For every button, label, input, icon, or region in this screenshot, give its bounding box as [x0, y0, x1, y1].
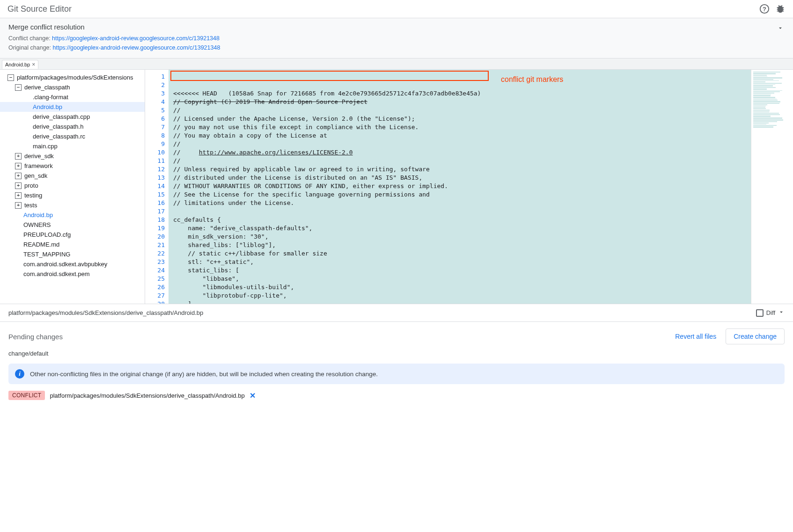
file-tree[interactable]: −platform/packages/modules/SdkExtensions… — [0, 70, 145, 304]
info-text: Other non-conflicting files in the origi… — [30, 371, 378, 378]
help-icon[interactable]: ? — [759, 4, 770, 14]
code-line: // you may not use this file except in c… — [173, 123, 746, 131]
tree-item-label: derive_classpath.h — [33, 123, 83, 130]
tree-item-label: com.android.sdkext.avbpubkey — [23, 261, 107, 268]
tree-item-label: derive_classpath.cpp — [33, 113, 90, 120]
app-header: Git Source Editor ? — [0, 0, 793, 18]
tree-item[interactable]: +proto — [0, 181, 145, 190]
info-banner: i Other non-conflicting files in the ori… — [8, 364, 785, 384]
original-change-row: Original change: https://googleplex-andr… — [8, 43, 785, 52]
diff-label: Diff — [766, 309, 775, 316]
create-change-button[interactable]: Create change — [726, 328, 785, 344]
code-line: ], — [173, 300, 746, 304]
code-area[interactable]: <<<<<<< HEAD (1058a6 Snap for 7216685 fr… — [169, 70, 751, 304]
expand-icon[interactable]: + — [15, 173, 22, 179]
current-path: platform/packages/modules/SdkExtensions/… — [8, 309, 203, 316]
tree-item[interactable]: derive_classpath.h — [0, 122, 145, 131]
expand-icon[interactable]: + — [15, 202, 22, 209]
code-line: // Licensed under the Apache License, Ve… — [173, 115, 746, 123]
expand-icon[interactable]: + — [15, 163, 22, 169]
tree-item-label: derive_classpath — [24, 84, 70, 91]
code-line: // — [173, 157, 746, 165]
code-line: // limitations under the License. — [173, 199, 746, 207]
conflict-file-path: platform/packages/modules/SdkExtensions/… — [50, 392, 244, 399]
diff-dropdown-icon[interactable] — [778, 309, 785, 317]
code-line: static_libs: [ — [173, 266, 746, 275]
original-change-link[interactable]: https://googleplex-android-review.google… — [53, 44, 220, 51]
conflict-badge: CONFLICT — [8, 391, 45, 400]
code-line: // You may obtain a copy of the License … — [173, 131, 746, 140]
annotation-label: conflict git markers — [501, 75, 563, 84]
tree-item[interactable]: derive_classpath.cpp — [0, 112, 145, 122]
line-gutter: 1234567891011121314151617181920212223242… — [145, 70, 169, 304]
tree-item[interactable]: +testing — [0, 190, 145, 200]
code-line: // — [173, 140, 746, 148]
code-line: // http://www.apache.org/licenses/LICENS… — [173, 148, 746, 157]
tree-item[interactable]: −platform/packages/modules/SdkExtensions — [0, 73, 145, 82]
subheader-title: Merge conflict resolution — [8, 23, 785, 31]
tree-item-label: README.md — [23, 241, 59, 248]
code-line: <<<<<<< HEAD (1058a6 Snap for 7216685 fr… — [173, 89, 746, 98]
code-line: // distributed under the License is dist… — [173, 174, 746, 182]
code-line: shared_libs: ["liblog"], — [173, 241, 746, 249]
tree-item-label: platform/packages/modules/SdkExtensions — [17, 74, 133, 81]
tree-item[interactable]: OWNERS — [0, 220, 145, 230]
collapse-icon[interactable]: − — [15, 84, 22, 91]
diff-checkbox[interactable] — [756, 309, 764, 317]
tree-item-label: testing — [24, 192, 42, 199]
conflict-highlight-box — [170, 71, 489, 81]
tree-item[interactable]: com.android.sdkext.avbpubkey — [0, 259, 145, 269]
path-bar: platform/packages/modules/SdkExtensions/… — [0, 304, 793, 322]
expand-icon[interactable]: + — [15, 192, 22, 199]
tree-item[interactable]: PREUPLOAD.cfg — [0, 230, 145, 240]
tree-item[interactable]: +tests — [0, 200, 145, 210]
tree-item-label: derive_classpath.rc — [33, 133, 85, 140]
collapse-icon[interactable]: − — [7, 74, 14, 81]
tree-item[interactable]: derive_classpath.rc — [0, 131, 145, 141]
branch-label: change/default — [8, 350, 785, 357]
expand-icon[interactable]: + — [15, 153, 22, 160]
conflict-file-row: CONFLICT platform/packages/modules/SdkEx… — [8, 391, 785, 400]
code-line: "libbase", — [173, 275, 746, 283]
code-line: // See the License for the specific lang… — [173, 190, 746, 199]
code-line: // WITHOUT WARRANTIES OR CONDITIONS OF A… — [173, 182, 746, 190]
app-title: Git Source Editor — [7, 4, 759, 14]
revert-all-link[interactable]: Revert all files — [675, 333, 716, 340]
code-line: // Copyright (C) 2019 The Android Open S… — [173, 98, 746, 106]
tree-item[interactable]: Android.bp — [0, 102, 145, 112]
tree-item[interactable]: TEST_MAPPING — [0, 249, 145, 259]
tree-item[interactable]: main.cpp — [0, 141, 145, 151]
minimap[interactable] — [751, 70, 793, 304]
expand-icon[interactable]: + — [15, 182, 22, 189]
close-icon[interactable]: × — [32, 61, 35, 68]
expand-arrow-icon[interactable] — [777, 25, 784, 33]
tree-item[interactable]: .clang-format — [0, 92, 145, 102]
code-line: cc_defaults { — [173, 216, 746, 224]
tree-item[interactable]: +derive_sdk — [0, 151, 145, 161]
tree-item[interactable]: +framework — [0, 161, 145, 171]
svg-text:?: ? — [763, 6, 766, 13]
pending-title: Pending changes — [8, 333, 675, 341]
tree-item-label: tests — [24, 202, 37, 209]
code-line: stl: "c++_static", — [173, 258, 746, 266]
tab-android-bp[interactable]: Android.bp × — [2, 60, 38, 69]
code-line: // static c++/libbase for smaller size — [173, 249, 746, 258]
tree-item-label: .clang-format — [33, 94, 68, 101]
tree-item[interactable]: README.md — [0, 240, 145, 249]
tree-item[interactable]: Android.bp — [0, 210, 145, 220]
merge-subheader: Merge conflict resolution Conflict chang… — [0, 18, 793, 58]
code-line: "libmodules-utils-build", — [173, 283, 746, 292]
tree-item[interactable]: com.android.sdkext.pem — [0, 269, 145, 279]
conflict-change-link[interactable]: https://googleplex-android-review.google… — [52, 35, 220, 42]
tree-item-label: proto — [24, 182, 38, 189]
tree-item-label: main.cpp — [33, 143, 58, 150]
tree-item-label: derive_sdk — [24, 153, 54, 160]
tree-item-label: framework — [24, 162, 53, 169]
tree-item[interactable]: +gen_sdk — [0, 171, 145, 181]
code-line: name: "derive_classpath-defaults", — [173, 224, 746, 233]
bug-icon[interactable] — [775, 4, 786, 14]
editor-tabs: Android.bp × — [0, 58, 793, 70]
code-line: min_sdk_version: "30", — [173, 233, 746, 241]
remove-conflict-icon[interactable]: ✕ — [250, 391, 256, 400]
tree-item[interactable]: −derive_classpath — [0, 82, 145, 92]
